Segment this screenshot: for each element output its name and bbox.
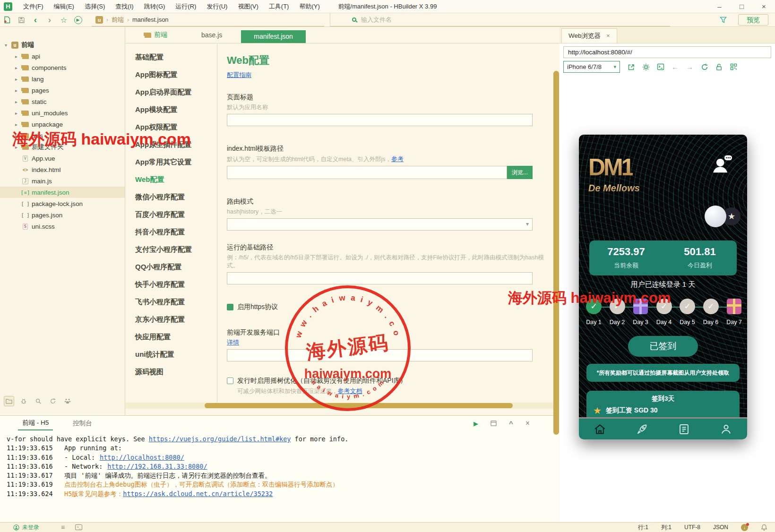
login-status[interactable]: 未登录 bbox=[13, 523, 39, 532]
maximize-icon[interactable]: □ bbox=[731, 0, 753, 13]
day-status-icon[interactable] bbox=[610, 299, 625, 314]
cursor-line[interactable]: 行:1 bbox=[638, 523, 648, 532]
signin-day[interactable]: Day 4 bbox=[653, 299, 675, 326]
config-nav-item[interactable]: App常用其它设置 bbox=[126, 153, 217, 171]
preview-button[interactable]: 预览 bbox=[738, 14, 768, 26]
dev-port-detail-link[interactable]: 详情 bbox=[227, 339, 239, 346]
tree-row[interactable]: pages bbox=[0, 85, 125, 96]
menu-item[interactable]: 选择(S) bbox=[79, 0, 110, 13]
profile-nav-icon[interactable] bbox=[720, 423, 732, 436]
console-tab-h5[interactable]: 前端 - H5 bbox=[18, 416, 53, 430]
project-tab[interactable]: 前端 bbox=[145, 31, 167, 39]
star-icon[interactable]: ☆ bbox=[57, 16, 71, 25]
tab-basejs[interactable]: base.js bbox=[201, 31, 222, 39]
signin-day[interactable]: Day 5 bbox=[676, 299, 698, 326]
tree-chevron-icon[interactable] bbox=[12, 65, 20, 70]
tree-row[interactable]: static bbox=[0, 96, 125, 107]
gear-icon[interactable] bbox=[638, 63, 653, 71]
signin-day[interactable]: Day 1 bbox=[583, 299, 605, 326]
config-nav-item[interactable]: 快手小程序配置 bbox=[126, 275, 217, 293]
device-selector[interactable]: iPhone 6/7/8 ▾ bbox=[563, 61, 620, 73]
breadcrumb-project[interactable]: 前端 bbox=[112, 16, 124, 24]
back-icon[interactable]: ← bbox=[668, 63, 682, 71]
day-status-icon[interactable] bbox=[633, 299, 648, 314]
tree-row[interactable]: 新建文件夹 bbox=[0, 141, 125, 153]
log-link[interactable]: https://vuejs.org/guide/list.html#key bbox=[149, 435, 291, 443]
config-nav-item[interactable]: uni统计配置 bbox=[126, 345, 217, 363]
refresh-icon[interactable] bbox=[697, 63, 712, 71]
minimize-icon[interactable]: – bbox=[708, 0, 731, 13]
config-nav-item[interactable]: 微信小程序配置 bbox=[126, 188, 217, 206]
config-nav-item[interactable]: Web配置 bbox=[126, 171, 217, 188]
config-nav-item[interactable]: 京东小程序配置 bbox=[126, 310, 217, 328]
lock-icon[interactable] bbox=[712, 63, 726, 71]
forward-icon[interactable]: → bbox=[682, 63, 697, 71]
tree-chevron-icon[interactable] bbox=[12, 77, 20, 82]
template-path-ref-link[interactable]: 参考 bbox=[391, 155, 404, 163]
tree-chevron-icon[interactable] bbox=[12, 88, 20, 93]
qr-code-icon[interactable] bbox=[726, 63, 741, 70]
breadcrumb-file[interactable]: manifest.json bbox=[132, 16, 169, 23]
menu-item[interactable]: 跳转(G) bbox=[139, 0, 171, 13]
tree-chevron-icon[interactable] bbox=[12, 99, 20, 104]
forward-icon[interactable]: › bbox=[43, 15, 57, 25]
treeshake-doc-link[interactable]: 参考文档 bbox=[338, 387, 362, 395]
config-nav-item[interactable]: 快应用配置 bbox=[126, 328, 217, 345]
config-nav-item[interactable]: App图标配置 bbox=[126, 66, 217, 83]
menu-item[interactable]: 运行(R) bbox=[170, 0, 201, 13]
treeshake-checkbox[interactable] bbox=[227, 378, 233, 384]
back-icon[interactable]: ‹ bbox=[28, 15, 43, 25]
tree-row[interactable]: uni.scss bbox=[0, 221, 125, 232]
menu-item[interactable]: 查找(I) bbox=[110, 0, 138, 13]
bell-icon[interactable] bbox=[761, 524, 767, 531]
cursor-col[interactable]: 列:1 bbox=[661, 523, 672, 532]
menu-item[interactable]: 工具(T) bbox=[264, 0, 294, 13]
tree-row[interactable]: api bbox=[0, 51, 125, 62]
vertical-scrollbar-thumb[interactable] bbox=[553, 71, 559, 435]
template-path-input[interactable] bbox=[227, 166, 507, 179]
day-status-icon[interactable] bbox=[703, 299, 719, 314]
menu-item[interactable]: 视图(V) bbox=[232, 0, 263, 13]
support-chat-icon[interactable] bbox=[711, 154, 733, 175]
tree-row[interactable]: pages.json bbox=[0, 209, 125, 221]
browser-tab[interactable]: Web浏览器 × bbox=[561, 28, 617, 43]
day-status-icon[interactable] bbox=[727, 299, 741, 314]
url-bar[interactable]: http://localhost:8080/#/ bbox=[563, 46, 771, 58]
tree-row[interactable]: manifest.json bbox=[0, 187, 125, 198]
sync-icon[interactable] bbox=[48, 396, 58, 406]
explorer-icon[interactable] bbox=[4, 396, 14, 406]
signed-in-button[interactable]: 已签到 bbox=[628, 336, 698, 357]
page-title-input[interactable] bbox=[227, 114, 533, 126]
new-file-icon[interactable] bbox=[0, 16, 14, 24]
day-status-icon[interactable] bbox=[586, 299, 602, 314]
scrollbar-thumb[interactable] bbox=[205, 403, 513, 408]
run-icon[interactable]: ▶ bbox=[71, 16, 85, 24]
config-nav-item[interactable]: 支付宝小程序配置 bbox=[126, 240, 217, 258]
tree-row[interactable]: uni_modules bbox=[0, 107, 125, 119]
tab-manifest-active[interactable]: manifest.json bbox=[241, 30, 305, 43]
tree-row[interactable]: unpackage bbox=[0, 119, 125, 130]
day-status-icon[interactable] bbox=[656, 299, 672, 314]
tree-row[interactable]: package-lock.json bbox=[0, 198, 125, 209]
tree-row[interactable]: components bbox=[0, 62, 125, 73]
open-window-icon[interactable] bbox=[491, 420, 497, 426]
tree-row[interactable]: main.js bbox=[0, 175, 125, 187]
config-nav-item[interactable]: 百度小程序配置 bbox=[126, 206, 217, 223]
collapse-icon[interactable]: ^ bbox=[509, 420, 513, 428]
tree-chevron-icon[interactable] bbox=[12, 54, 20, 59]
signin-day[interactable]: Day 6 bbox=[700, 299, 722, 326]
log-link[interactable]: http://localhost:8080/ bbox=[100, 454, 184, 461]
https-checkbox[interactable] bbox=[227, 304, 233, 310]
save-icon[interactable] bbox=[14, 17, 28, 24]
bug-icon[interactable] bbox=[18, 396, 29, 406]
router-mode-select[interactable]: ▾ bbox=[227, 218, 533, 231]
home-nav-icon[interactable] bbox=[594, 423, 606, 436]
find-icon[interactable] bbox=[33, 396, 43, 406]
terminal-icon[interactable] bbox=[653, 63, 668, 70]
filter-icon[interactable] bbox=[720, 17, 727, 23]
horizontal-scrollbar[interactable] bbox=[126, 403, 559, 409]
close-panel-icon[interactable]: × bbox=[525, 419, 530, 428]
console-tab-main[interactable]: 控制台 bbox=[73, 419, 92, 428]
config-guide-link[interactable]: 配置指南 bbox=[227, 71, 251, 78]
config-nav-item[interactable]: App原生插件配置 bbox=[126, 136, 217, 153]
